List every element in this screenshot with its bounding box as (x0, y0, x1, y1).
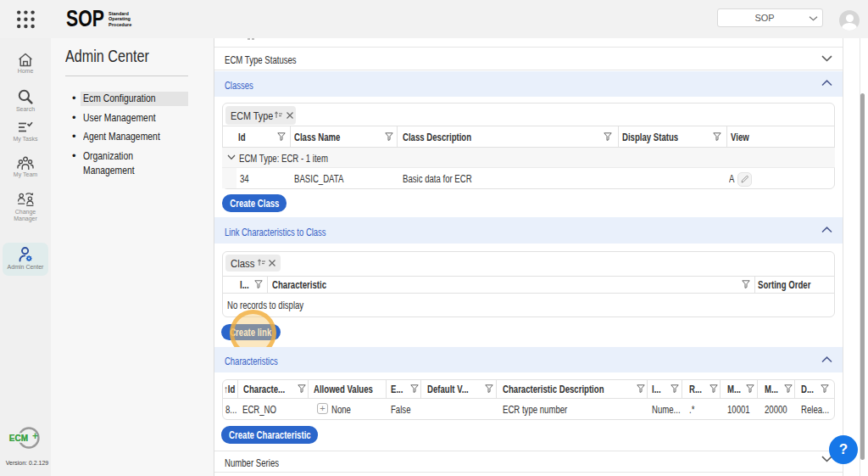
svg-text:ECM: ECM (9, 434, 28, 443)
svg-text:+: + (32, 430, 38, 442)
